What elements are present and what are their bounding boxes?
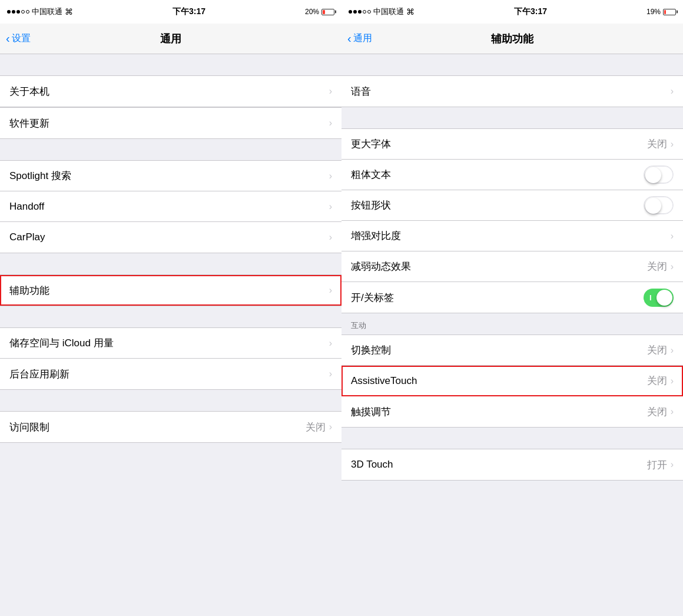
item-about[interactable]: 关于本机 › [0, 76, 342, 107]
item-assistive-touch-value: 关闭 [647, 374, 667, 388]
bold-text-toggle[interactable] [644, 165, 674, 184]
chevron-icon: › [671, 86, 674, 97]
item-touch-accommodations[interactable]: 触摸调节 关闭 › [342, 396, 683, 427]
item-spotlight[interactable]: Spotlight 搜索 › [0, 161, 342, 191]
on-off-labels-toggle[interactable]: I [644, 289, 674, 307]
group-vision: 更大字体 关闭 › 粗体文本 按钮形状 增强对比度 [342, 128, 683, 313]
spacer-1 [0, 54, 342, 75]
section-storage: 储存空间与 iCloud 用量 › 后台应用刷新 › [0, 306, 342, 390]
item-bold-text[interactable]: 粗体文本 [342, 160, 683, 190]
item-3dtouch[interactable]: 3D Touch 打开 › [342, 449, 683, 480]
toggle-knob [645, 198, 661, 214]
section-about: 关于本机 › [0, 54, 342, 107]
left-nav-bar: ‹ 设置 通用 [0, 24, 342, 54]
item-reduce-motion-value: 关闭 [647, 260, 667, 273]
button-shapes-toggle[interactable] [644, 196, 674, 214]
right-nav-title: 辅助功能 [491, 32, 533, 46]
item-larger-text-label: 更大字体 [351, 137, 647, 151]
back-chevron-icon: ‹ [6, 32, 10, 44]
chevron-icon: › [671, 376, 674, 386]
item-increase-contrast[interactable]: 增强对比度 › [342, 221, 683, 251]
back-chevron-icon: ‹ [347, 32, 352, 44]
item-switch-control-label: 切换控制 [351, 343, 647, 357]
item-switch-control[interactable]: 切换控制 关闭 › [342, 335, 683, 366]
back-label: 通用 [353, 32, 372, 45]
left-back-button[interactable]: ‹ 设置 [6, 32, 31, 45]
section-vision: 更大字体 关闭 › 粗体文本 按钮形状 增强对比度 [342, 107, 683, 313]
item-restrictions-value: 关闭 [306, 420, 326, 434]
chevron-icon: › [329, 422, 332, 432]
group-3dtouch: 3D Touch 打开 › [342, 449, 683, 481]
spacer-r1 [342, 54, 683, 75]
battery-fill [664, 10, 666, 14]
spacer-4 [0, 306, 342, 327]
left-settings-content: 关于本机 › 软件更新 › Spotlight 搜索 › [0, 54, 342, 616]
wifi-icon: ⌘ [65, 7, 73, 16]
left-status-right: 20% [305, 8, 334, 16]
spacer-r3 [342, 428, 683, 449]
spacer-r2 [342, 107, 683, 128]
item-restrictions[interactable]: 访问限制 关闭 › [0, 412, 342, 442]
back-label: 设置 [12, 32, 31, 45]
item-assistive-touch[interactable]: AssistiveTouch 关闭 › [342, 366, 683, 396]
wifi-icon: ⌘ [406, 7, 415, 16]
battery-fill [323, 10, 325, 14]
interaction-header: 互动 [342, 313, 683, 335]
item-accessibility[interactable]: 辅助功能 › [0, 275, 342, 306]
group-storage: 储存空间与 iCloud 用量 › 后台应用刷新 › [0, 327, 342, 390]
toggle-knob [645, 167, 661, 183]
item-storage[interactable]: 储存空间与 iCloud 用量 › [0, 328, 342, 359]
left-status-left: 中国联通 ⌘ [7, 6, 73, 17]
item-handoff[interactable]: Handoff › [0, 191, 342, 222]
group-about: 关于本机 › [0, 75, 342, 107]
item-carplay-label: CarPlay [9, 231, 329, 243]
chevron-icon: › [671, 345, 674, 356]
right-back-button[interactable]: ‹ 通用 [347, 32, 372, 45]
item-restrictions-label: 访问限制 [9, 420, 306, 434]
spacer-2 [0, 139, 342, 160]
chevron-icon: › [329, 86, 332, 97]
chevron-icon: › [329, 338, 332, 349]
chevron-icon: › [329, 171, 332, 181]
battery-icon [321, 9, 334, 15]
group-restrictions: 访问限制 关闭 › [0, 411, 342, 443]
item-storage-label: 储存空间与 iCloud 用量 [9, 336, 329, 350]
item-assistive-touch-label: AssistiveTouch [351, 375, 647, 387]
chevron-icon: › [329, 201, 332, 212]
toggle-knob [657, 290, 672, 306]
left-status-bar: 中国联通 ⌘ 下午3:17 20% [0, 0, 342, 24]
item-carplay[interactable]: CarPlay › [0, 222, 342, 253]
item-touch-accommodations-value: 关闭 [647, 405, 667, 419]
group-software: 软件更新 › [0, 107, 342, 139]
item-increase-contrast-label: 增强对比度 [351, 229, 671, 243]
left-time: 下午3:17 [173, 6, 205, 17]
item-software-update[interactable]: 软件更新 › [0, 108, 342, 138]
left-nav-title: 通用 [160, 32, 181, 46]
item-spotlight-label: Spotlight 搜索 [9, 169, 329, 183]
right-status-left: 中国联通 ⌘ [349, 6, 415, 17]
item-software-label: 软件更新 [9, 117, 329, 130]
right-time: 下午3:17 [514, 6, 547, 17]
group-accessibility: 辅助功能 › [0, 274, 342, 306]
battery-percent: 19% [646, 8, 661, 16]
item-reduce-motion[interactable]: 减弱动态效果 关闭 › [342, 251, 683, 282]
group-interaction: 切换控制 关闭 › AssistiveTouch 关闭 › 触摸调节 关闭 › [342, 335, 683, 428]
right-nav-bar: ‹ 通用 辅助功能 [342, 24, 683, 54]
item-on-off-labels[interactable]: 开/关标签 I [342, 282, 683, 313]
spacer-3 [0, 253, 342, 274]
chevron-icon: › [671, 459, 674, 470]
item-background-refresh[interactable]: 后台应用刷新 › [0, 359, 342, 389]
spacer-5 [0, 390, 342, 411]
section-accessibility: 辅助功能 › [0, 253, 342, 306]
item-switch-control-value: 关闭 [647, 343, 667, 357]
item-button-shapes[interactable]: 按钮形状 [342, 190, 683, 221]
item-larger-text[interactable]: 更大字体 关闭 › [342, 129, 683, 160]
group-spotlight: Spotlight 搜索 › Handoff › CarPlay › [0, 160, 342, 253]
item-3dtouch-value: 打开 [647, 458, 667, 472]
item-on-off-labels-label: 开/关标签 [351, 291, 644, 304]
chevron-icon: › [671, 231, 674, 241]
item-background-label: 后台应用刷新 [9, 367, 329, 381]
item-voice[interactable]: 语音 › [342, 76, 683, 107]
item-voice-label: 语音 [351, 85, 671, 98]
battery-percent: 20% [305, 8, 319, 16]
